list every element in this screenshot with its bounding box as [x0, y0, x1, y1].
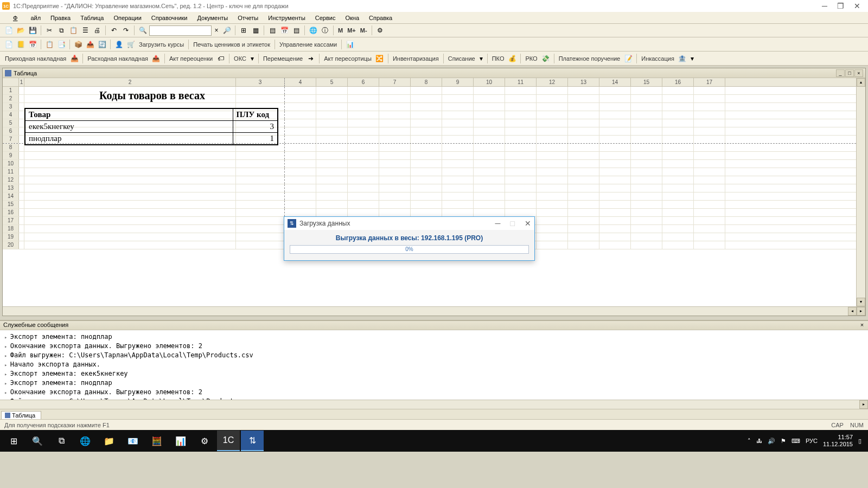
grid-cell[interactable] — [442, 119, 474, 127]
grid-cell[interactable] — [568, 241, 599, 249]
grid-cell[interactable] — [537, 144, 568, 151]
grid-cell[interactable] — [599, 144, 631, 151]
grid-cell[interactable] — [24, 184, 236, 192]
print-icon[interactable]: 🖨 — [92, 25, 103, 36]
grid-cell[interactable] — [236, 176, 285, 184]
m-button[interactable]: M — [336, 27, 344, 34]
grid-cell[interactable] — [599, 87, 631, 94]
calc-icon[interactable]: ▤ — [267, 25, 278, 36]
grid-cell[interactable] — [316, 176, 348, 184]
reprice-button[interactable]: Акт переоценки — [168, 55, 214, 62]
grid-cell[interactable] — [662, 184, 694, 192]
payment-button[interactable]: Платежное поручение — [557, 55, 622, 62]
doc6-icon[interactable]: 📦 — [73, 39, 84, 50]
grid-cell[interactable] — [631, 87, 662, 94]
grid-cell[interactable] — [19, 103, 24, 111]
grid-cell[interactable] — [19, 176, 24, 184]
doc-maximize-icon[interactable]: □ — [845, 69, 854, 77]
row-header[interactable]: 14 — [3, 192, 19, 200]
grid-cell[interactable] — [631, 241, 662, 249]
grid-cell[interactable] — [662, 192, 694, 200]
grid-cell[interactable] — [285, 176, 316, 184]
grid-cell[interactable] — [694, 192, 725, 200]
grid-cell[interactable] — [662, 87, 694, 94]
grid-cell[interactable] — [442, 152, 474, 159]
menu-docs[interactable]: Документы — [193, 13, 232, 23]
grid-cell[interactable] — [379, 184, 411, 192]
grid-cell[interactable] — [599, 233, 631, 241]
col-header[interactable]: 1 — [19, 78, 24, 86]
doc2-icon[interactable]: 📒 — [15, 39, 26, 50]
grid-cell[interactable] — [631, 168, 662, 176]
row-header[interactable]: 1 — [3, 87, 19, 94]
grid-cell[interactable] — [316, 87, 348, 94]
grid-cell[interactable] — [348, 103, 379, 111]
user-icon[interactable]: 👤 — [113, 39, 124, 50]
grid-cell[interactable] — [662, 241, 694, 249]
grid-cell[interactable] — [24, 209, 236, 216]
grid-cell[interactable] — [568, 201, 599, 208]
outgoing-icon[interactable]: 📤 — [151, 53, 162, 64]
extra-icon[interactable]: 📊 — [344, 39, 355, 50]
grid-cell[interactable] — [694, 225, 725, 233]
grid-cell[interactable] — [599, 127, 631, 135]
grid-cell[interactable] — [411, 144, 442, 151]
doc1-icon[interactable]: 📄 — [3, 39, 14, 50]
cut-icon[interactable]: ✂ — [44, 25, 55, 36]
grid-cell[interactable] — [474, 192, 505, 200]
menu-edit[interactable]: Правка — [46, 13, 75, 23]
grid-cell[interactable] — [694, 233, 725, 241]
grid-cell[interactable] — [379, 168, 411, 176]
grid-cell[interactable] — [568, 87, 599, 94]
grid-cell[interactable] — [285, 119, 316, 127]
open-icon[interactable]: 📂 — [15, 25, 26, 36]
grid-cell[interactable] — [662, 201, 694, 208]
grid-cell[interactable] — [537, 209, 568, 216]
grid-cell[interactable] — [474, 184, 505, 192]
row-header[interactable]: 11 — [3, 168, 19, 176]
rko-button[interactable]: РКО — [524, 55, 539, 62]
grid-cell[interactable] — [379, 160, 411, 168]
grid-cell[interactable] — [505, 201, 537, 208]
save-icon[interactable]: 💾 — [27, 25, 38, 36]
reprice-icon[interactable]: 🏷 — [215, 53, 226, 64]
grid-cell[interactable] — [662, 209, 694, 216]
grid-cell[interactable] — [19, 217, 24, 224]
oks-button[interactable]: ОКС — [232, 55, 248, 62]
help-info-icon[interactable]: ⓘ — [320, 25, 330, 36]
grid-cell[interactable] — [599, 201, 631, 208]
grid-cell[interactable] — [662, 111, 694, 119]
grid-cell[interactable] — [442, 95, 474, 102]
grid-row[interactable]: 14 — [3, 192, 856, 201]
grid-cell[interactable] — [537, 176, 568, 184]
scroll-down-icon[interactable]: ▾ — [857, 298, 865, 306]
grid-cell[interactable] — [19, 209, 24, 216]
start-button[interactable]: ⊞ — [2, 431, 25, 451]
grid-cell[interactable] — [411, 209, 442, 216]
grid-cell[interactable] — [236, 233, 285, 241]
grid-cell[interactable] — [631, 217, 662, 224]
search-go-icon[interactable]: 🔎 — [221, 25, 232, 36]
grid-cell[interactable] — [537, 217, 568, 224]
grid-cell[interactable] — [236, 225, 285, 233]
grid-cell[interactable] — [599, 209, 631, 216]
grid-cell[interactable] — [505, 192, 537, 200]
grid-cell[interactable] — [19, 233, 24, 241]
grid-cell[interactable] — [348, 95, 379, 102]
grid-cell[interactable] — [442, 176, 474, 184]
grid-cell[interactable] — [599, 225, 631, 233]
grid-cell[interactable] — [694, 127, 725, 135]
grid-cell[interactable] — [411, 119, 442, 127]
search-button[interactable]: 🔍 — [26, 431, 49, 451]
grid-cell[interactable] — [474, 103, 505, 111]
tray-network-icon[interactable]: 🖧 — [756, 438, 762, 444]
grid-cell[interactable] — [474, 87, 505, 94]
window-maximize-icon[interactable]: ❐ — [837, 2, 844, 10]
horizontal-scrollbar[interactable]: ◂ ▸ — [3, 306, 865, 316]
grid-cell[interactable] — [411, 192, 442, 200]
print-labels-button[interactable]: Печать ценников и этикеток — [192, 41, 272, 48]
grid-cell[interactable] — [537, 111, 568, 119]
grid-cell[interactable] — [19, 192, 24, 200]
grid-row[interactable]: 13 — [3, 184, 856, 192]
grid-cell[interactable] — [379, 127, 411, 135]
